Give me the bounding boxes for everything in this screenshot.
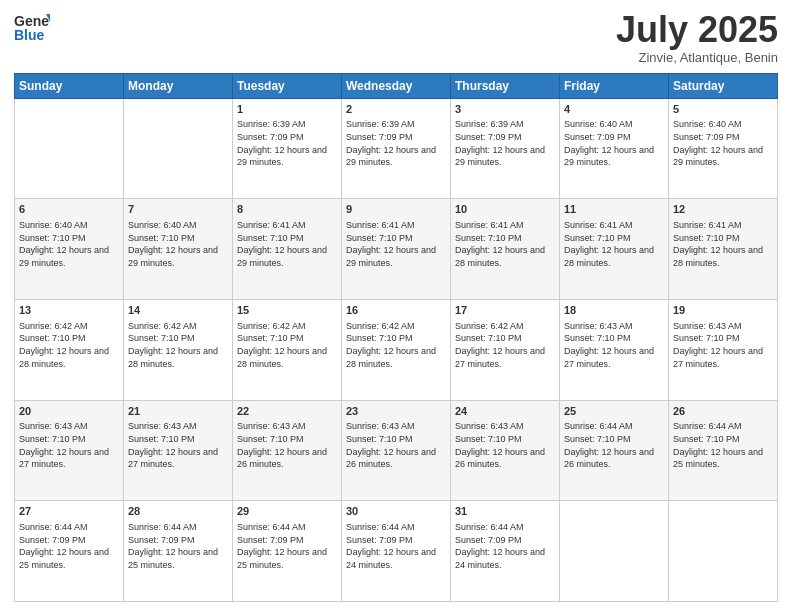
svg-text:Blue: Blue (14, 27, 45, 43)
day-number: 10 (455, 202, 555, 217)
day-number: 12 (673, 202, 773, 217)
header-saturday: Saturday (669, 73, 778, 98)
day-info: Sunrise: 6:43 AMSunset: 7:10 PMDaylight:… (564, 320, 664, 370)
header: General Blue July 2025 Zinvie, Atlantiqu… (14, 10, 778, 65)
day-number: 14 (128, 303, 228, 318)
day-info: Sunrise: 6:40 AMSunset: 7:10 PMDaylight:… (128, 219, 228, 269)
day-number: 25 (564, 404, 664, 419)
day-info: Sunrise: 6:43 AMSunset: 7:10 PMDaylight:… (346, 420, 446, 470)
calendar-cell: 3Sunrise: 6:39 AMSunset: 7:09 PMDaylight… (451, 98, 560, 199)
month-title: July 2025 (616, 10, 778, 50)
calendar-cell: 4Sunrise: 6:40 AMSunset: 7:09 PMDaylight… (560, 98, 669, 199)
header-tuesday: Tuesday (233, 73, 342, 98)
header-monday: Monday (124, 73, 233, 98)
day-info: Sunrise: 6:41 AMSunset: 7:10 PMDaylight:… (346, 219, 446, 269)
calendar-cell: 26Sunrise: 6:44 AMSunset: 7:10 PMDayligh… (669, 400, 778, 501)
day-number: 29 (237, 504, 337, 519)
calendar-cell (124, 98, 233, 199)
day-number: 11 (564, 202, 664, 217)
header-thursday: Thursday (451, 73, 560, 98)
logo: General Blue (14, 10, 50, 46)
calendar-cell: 11Sunrise: 6:41 AMSunset: 7:10 PMDayligh… (560, 199, 669, 300)
calendar-cell (15, 98, 124, 199)
calendar-cell: 14Sunrise: 6:42 AMSunset: 7:10 PMDayligh… (124, 299, 233, 400)
header-sunday: Sunday (15, 73, 124, 98)
day-number: 6 (19, 202, 119, 217)
day-info: Sunrise: 6:41 AMSunset: 7:10 PMDaylight:… (237, 219, 337, 269)
day-info: Sunrise: 6:42 AMSunset: 7:10 PMDaylight:… (346, 320, 446, 370)
day-info: Sunrise: 6:40 AMSunset: 7:10 PMDaylight:… (19, 219, 119, 269)
day-info: Sunrise: 6:44 AMSunset: 7:10 PMDaylight:… (673, 420, 773, 470)
day-number: 13 (19, 303, 119, 318)
calendar-cell: 30Sunrise: 6:44 AMSunset: 7:09 PMDayligh… (342, 501, 451, 602)
calendar-week-4: 27Sunrise: 6:44 AMSunset: 7:09 PMDayligh… (15, 501, 778, 602)
day-info: Sunrise: 6:40 AMSunset: 7:09 PMDaylight:… (564, 118, 664, 168)
calendar-week-1: 6Sunrise: 6:40 AMSunset: 7:10 PMDaylight… (15, 199, 778, 300)
day-info: Sunrise: 6:42 AMSunset: 7:10 PMDaylight:… (455, 320, 555, 370)
calendar-cell: 6Sunrise: 6:40 AMSunset: 7:10 PMDaylight… (15, 199, 124, 300)
day-info: Sunrise: 6:39 AMSunset: 7:09 PMDaylight:… (455, 118, 555, 168)
title-area: July 2025 Zinvie, Atlantique, Benin (616, 10, 778, 65)
day-info: Sunrise: 6:43 AMSunset: 7:10 PMDaylight:… (673, 320, 773, 370)
day-info: Sunrise: 6:43 AMSunset: 7:10 PMDaylight:… (128, 420, 228, 470)
day-info: Sunrise: 6:41 AMSunset: 7:10 PMDaylight:… (455, 219, 555, 269)
day-info: Sunrise: 6:40 AMSunset: 7:09 PMDaylight:… (673, 118, 773, 168)
calendar-cell: 10Sunrise: 6:41 AMSunset: 7:10 PMDayligh… (451, 199, 560, 300)
day-number: 19 (673, 303, 773, 318)
day-info: Sunrise: 6:41 AMSunset: 7:10 PMDaylight:… (564, 219, 664, 269)
day-info: Sunrise: 6:42 AMSunset: 7:10 PMDaylight:… (19, 320, 119, 370)
header-friday: Friday (560, 73, 669, 98)
calendar-cell: 12Sunrise: 6:41 AMSunset: 7:10 PMDayligh… (669, 199, 778, 300)
day-number: 5 (673, 102, 773, 117)
day-number: 17 (455, 303, 555, 318)
day-info: Sunrise: 6:39 AMSunset: 7:09 PMDaylight:… (237, 118, 337, 168)
page: General Blue July 2025 Zinvie, Atlantiqu… (0, 0, 792, 612)
day-info: Sunrise: 6:44 AMSunset: 7:09 PMDaylight:… (455, 521, 555, 571)
day-number: 16 (346, 303, 446, 318)
calendar-cell: 5Sunrise: 6:40 AMSunset: 7:09 PMDaylight… (669, 98, 778, 199)
day-number: 9 (346, 202, 446, 217)
day-number: 23 (346, 404, 446, 419)
day-info: Sunrise: 6:44 AMSunset: 7:09 PMDaylight:… (19, 521, 119, 571)
day-number: 18 (564, 303, 664, 318)
day-info: Sunrise: 6:42 AMSunset: 7:10 PMDaylight:… (128, 320, 228, 370)
calendar-cell: 21Sunrise: 6:43 AMSunset: 7:10 PMDayligh… (124, 400, 233, 501)
calendar-cell: 27Sunrise: 6:44 AMSunset: 7:09 PMDayligh… (15, 501, 124, 602)
calendar-cell: 15Sunrise: 6:42 AMSunset: 7:10 PMDayligh… (233, 299, 342, 400)
calendar-cell: 19Sunrise: 6:43 AMSunset: 7:10 PMDayligh… (669, 299, 778, 400)
calendar-cell: 31Sunrise: 6:44 AMSunset: 7:09 PMDayligh… (451, 501, 560, 602)
calendar-cell: 29Sunrise: 6:44 AMSunset: 7:09 PMDayligh… (233, 501, 342, 602)
day-number: 30 (346, 504, 446, 519)
day-info: Sunrise: 6:44 AMSunset: 7:09 PMDaylight:… (346, 521, 446, 571)
header-wednesday: Wednesday (342, 73, 451, 98)
calendar-week-3: 20Sunrise: 6:43 AMSunset: 7:10 PMDayligh… (15, 400, 778, 501)
calendar-cell: 23Sunrise: 6:43 AMSunset: 7:10 PMDayligh… (342, 400, 451, 501)
calendar-cell: 8Sunrise: 6:41 AMSunset: 7:10 PMDaylight… (233, 199, 342, 300)
day-number: 7 (128, 202, 228, 217)
day-info: Sunrise: 6:43 AMSunset: 7:10 PMDaylight:… (237, 420, 337, 470)
calendar-cell: 24Sunrise: 6:43 AMSunset: 7:10 PMDayligh… (451, 400, 560, 501)
day-number: 26 (673, 404, 773, 419)
calendar-cell: 17Sunrise: 6:42 AMSunset: 7:10 PMDayligh… (451, 299, 560, 400)
day-number: 2 (346, 102, 446, 117)
calendar-week-2: 13Sunrise: 6:42 AMSunset: 7:10 PMDayligh… (15, 299, 778, 400)
day-number: 4 (564, 102, 664, 117)
day-number: 15 (237, 303, 337, 318)
day-number: 8 (237, 202, 337, 217)
day-info: Sunrise: 6:42 AMSunset: 7:10 PMDaylight:… (237, 320, 337, 370)
calendar-cell: 20Sunrise: 6:43 AMSunset: 7:10 PMDayligh… (15, 400, 124, 501)
day-number: 28 (128, 504, 228, 519)
calendar-cell: 18Sunrise: 6:43 AMSunset: 7:10 PMDayligh… (560, 299, 669, 400)
day-number: 22 (237, 404, 337, 419)
day-info: Sunrise: 6:43 AMSunset: 7:10 PMDaylight:… (19, 420, 119, 470)
day-number: 1 (237, 102, 337, 117)
day-number: 27 (19, 504, 119, 519)
day-info: Sunrise: 6:39 AMSunset: 7:09 PMDaylight:… (346, 118, 446, 168)
day-info: Sunrise: 6:44 AMSunset: 7:09 PMDaylight:… (237, 521, 337, 571)
day-info: Sunrise: 6:44 AMSunset: 7:10 PMDaylight:… (564, 420, 664, 470)
calendar-cell: 25Sunrise: 6:44 AMSunset: 7:10 PMDayligh… (560, 400, 669, 501)
day-info: Sunrise: 6:43 AMSunset: 7:10 PMDaylight:… (455, 420, 555, 470)
calendar-cell (560, 501, 669, 602)
calendar-cell: 28Sunrise: 6:44 AMSunset: 7:09 PMDayligh… (124, 501, 233, 602)
day-info: Sunrise: 6:41 AMSunset: 7:10 PMDaylight:… (673, 219, 773, 269)
